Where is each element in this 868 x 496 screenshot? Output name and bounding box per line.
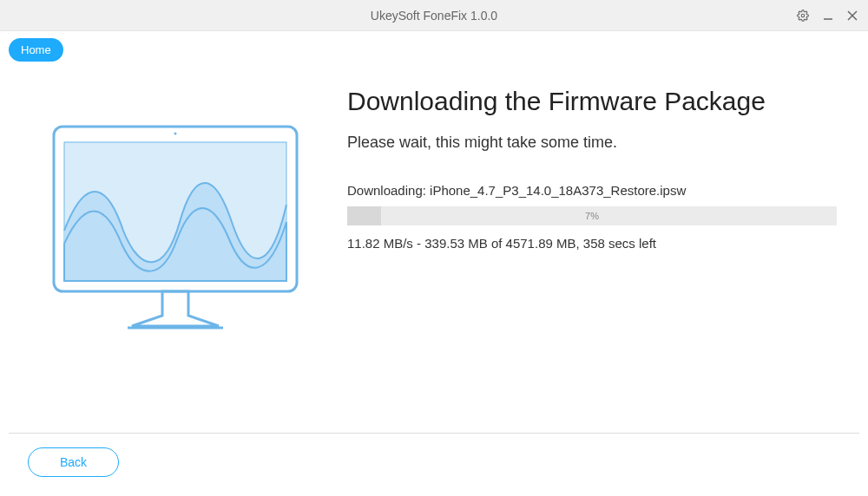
settings-icon[interactable] [797,10,809,22]
svg-point-0 [801,14,805,17]
home-button[interactable]: Home [9,38,63,62]
close-icon[interactable] [847,10,858,21]
svg-point-5 [174,133,177,135]
progress-percent-label: 7% [347,206,837,225]
window-title: UkeySoft FoneFix 1.0.0 [371,9,497,23]
titlebar: UkeySoft FoneFix 1.0.0 [0,0,868,31]
minimize-icon[interactable] [823,10,833,21]
monitor-illustration-icon [36,118,314,343]
page-heading: Downloading the Firmware Package [347,87,837,116]
content-area: Downloading the Firmware Package Please … [0,31,868,430]
back-button[interactable]: Back [28,447,119,477]
page-subheading: Please wait, this might take some time. [347,134,837,152]
main-panel: Downloading the Firmware Package Please … [340,87,858,430]
download-filename: Downloading: iPhone_4.7_P3_14.0_18A373_R… [347,183,837,198]
titlebar-controls [797,10,858,22]
illustration [10,87,340,430]
download-status: 11.82 MB/s - 339.53 MB of 4571.89 MB, 35… [347,236,837,251]
progress-bar: 7% [347,206,837,225]
footer-divider [9,433,859,434]
